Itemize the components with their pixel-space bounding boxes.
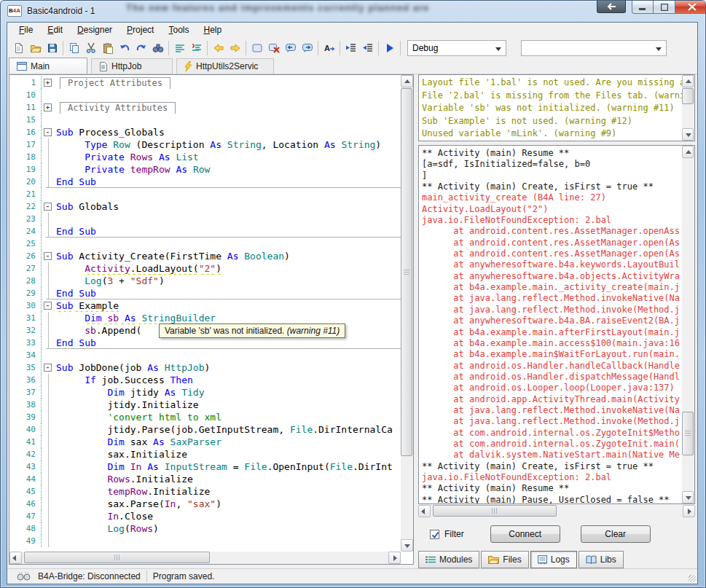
uncomment-selection-button[interactable] bbox=[188, 39, 205, 56]
editor-hscroll-thumb[interactable] bbox=[24, 552, 210, 563]
editor-hscrollbar[interactable] bbox=[9, 552, 401, 564]
close-button[interactable] bbox=[675, 1, 706, 14]
tab-httputils2servic[interactable]: HttpUtils2Servic bbox=[176, 58, 274, 74]
collapsed-region-box[interactable]: Activity Attributes bbox=[60, 102, 176, 114]
paste-button[interactable] bbox=[99, 39, 116, 56]
fold-collapse-icon[interactable]: - bbox=[44, 203, 52, 211]
menu-file[interactable]: File bbox=[12, 23, 40, 37]
code-line[interactable]: 46 sax.Parse(In, "sax") bbox=[9, 498, 401, 510]
logs-vscrollbar[interactable] bbox=[682, 146, 694, 503]
code-line[interactable]: 11+Activity Attributes bbox=[9, 101, 401, 114]
tab-files[interactable]: Files bbox=[481, 551, 528, 568]
scroll-left-button[interactable] bbox=[418, 505, 431, 517]
code-line[interactable]: 26-Sub Activity_Create(FirstTime As Bool… bbox=[9, 250, 401, 262]
code-editor[interactable]: 1+Project Attributes1011+Activity Attrib… bbox=[9, 74, 414, 565]
editor-vscrollbar[interactable] bbox=[401, 75, 413, 552]
next-sub-button[interactable] bbox=[299, 39, 315, 56]
code-line[interactable]: 17 Type Row (Description As String, Loca… bbox=[9, 138, 401, 151]
menu-tools[interactable]: Tools bbox=[161, 23, 196, 37]
collapsed-region-box[interactable]: Project Attributes bbox=[60, 77, 170, 89]
code-line[interactable]: 47 In.Close bbox=[9, 510, 401, 522]
code-line[interactable]: 29End Sub bbox=[9, 287, 401, 299]
find-button[interactable] bbox=[149, 39, 166, 56]
scroll-right-button[interactable] bbox=[683, 505, 695, 517]
fold-expand-icon[interactable]: + bbox=[44, 103, 52, 111]
code-line[interactable]: 23 bbox=[9, 213, 401, 225]
code-line[interactable]: 18 Private Rows As List bbox=[9, 151, 401, 163]
code-line[interactable]: 21 bbox=[9, 188, 401, 200]
tab-httpjob[interactable]: HttpJob bbox=[91, 58, 173, 74]
filter-checkbox[interactable] bbox=[430, 530, 439, 539]
new-file-button[interactable] bbox=[10, 39, 27, 56]
scroll-up-button[interactable] bbox=[682, 75, 694, 87]
fold-collapse-icon[interactable]: - bbox=[44, 302, 52, 310]
code-line[interactable]: 43 Dim In As InputStream = File.OpenInpu… bbox=[9, 460, 401, 473]
menu-designer[interactable]: Designer bbox=[70, 23, 119, 37]
open-project-button[interactable] bbox=[27, 39, 44, 56]
scroll-up-button[interactable] bbox=[682, 146, 694, 158]
menu-project[interactable]: Project bbox=[119, 23, 161, 37]
cut-button[interactable] bbox=[82, 39, 99, 56]
code-line[interactable]: 37 Dim jtidy As Tidy bbox=[9, 386, 401, 399]
code-line[interactable]: 34 bbox=[9, 349, 401, 361]
menu-edit[interactable]: Edit bbox=[40, 23, 70, 37]
redo-button[interactable] bbox=[133, 39, 149, 56]
fold-collapse-icon[interactable]: - bbox=[44, 128, 52, 136]
outdent-button[interactable] bbox=[342, 39, 359, 56]
code-line[interactable]: 36 If job.Success Then bbox=[9, 374, 401, 386]
previous-sub-button[interactable] bbox=[282, 39, 299, 56]
fold-collapse-icon[interactable]: - bbox=[44, 252, 52, 260]
code-line[interactable]: 42 sax.Initialize bbox=[9, 448, 401, 460]
code-line[interactable]: 35-Sub JobDone(job As HttpJob) bbox=[9, 361, 401, 374]
code-line[interactable]: 48 Log(Rows) bbox=[9, 522, 401, 535]
code-line[interactable]: 1+Project Attributes bbox=[9, 77, 401, 89]
logs-vscroll-thumb[interactable] bbox=[682, 412, 694, 455]
code-line[interactable]: 41 Dim sax As SaxParser bbox=[9, 436, 401, 448]
fold-expand-icon[interactable]: + bbox=[44, 79, 52, 87]
navigate-back-button[interactable] bbox=[210, 39, 227, 56]
log-output-box[interactable]: ** Activity (main) Resume **[a=sdf, IsIn… bbox=[418, 145, 695, 504]
code-line[interactable]: 24End Sub bbox=[9, 225, 401, 238]
maximize-button[interactable] bbox=[654, 1, 675, 14]
code-line[interactable]: 45 tempRow.Initialize bbox=[9, 485, 401, 498]
warnings-vscrollbar[interactable] bbox=[682, 75, 694, 141]
compiler-warnings-box[interactable]: Layout file '1.bal' is not used. Are you… bbox=[418, 74, 695, 141]
open-designer-button[interactable] bbox=[248, 39, 265, 56]
code-line[interactable]: 16-Sub Process_Globals bbox=[9, 126, 401, 138]
code-line[interactable]: 25 bbox=[9, 238, 401, 250]
overlay-back-button[interactable] bbox=[597, 1, 626, 13]
comment-selection-button[interactable] bbox=[171, 39, 188, 56]
code-line[interactable]: 49 bbox=[9, 535, 401, 547]
code-line[interactable]: 20End Sub bbox=[9, 176, 401, 188]
save-button[interactable] bbox=[44, 39, 60, 56]
remove-designer-button[interactable] bbox=[265, 39, 282, 56]
undo-button[interactable] bbox=[116, 39, 133, 56]
resize-grip-icon[interactable] bbox=[689, 575, 696, 582]
navigate-forward-button[interactable] bbox=[227, 39, 243, 56]
tab-libs[interactable]: Libs bbox=[578, 551, 624, 568]
connect-button[interactable]: Connect bbox=[490, 525, 560, 543]
target-dropdown[interactable] bbox=[521, 40, 667, 56]
code-line[interactable]: 44 Rows.Initialize bbox=[9, 473, 401, 485]
code-line[interactable]: 38 jtidy.Initialize bbox=[9, 399, 401, 411]
code-line[interactable]: 33End Sub bbox=[9, 337, 401, 349]
logs-hscroll-thumb[interactable] bbox=[433, 505, 557, 517]
code-line[interactable]: 40 jtidy.Parse(job.GetInputStream, File.… bbox=[9, 423, 401, 436]
fold-collapse-icon[interactable]: - bbox=[44, 364, 52, 372]
build-mode-dropdown[interactable]: Debug bbox=[407, 40, 506, 56]
code-lines[interactable]: 1+Project Attributes1011+Activity Attrib… bbox=[9, 77, 401, 552]
code-line[interactable]: 27 Activity.LoadLayout("2") bbox=[9, 262, 401, 275]
code-line[interactable]: 28 Log(3 + "Sdf") bbox=[9, 275, 401, 287]
scroll-up-button[interactable] bbox=[401, 75, 413, 87]
code-line[interactable]: 22-Sub Globals bbox=[9, 200, 401, 213]
warnings-vscroll-thumb[interactable] bbox=[682, 88, 694, 104]
scroll-down-button[interactable] bbox=[401, 539, 413, 552]
code-line[interactable]: 10 bbox=[9, 89, 401, 101]
tab-main[interactable]: Main bbox=[9, 58, 87, 74]
tab-modules[interactable]: Modules bbox=[418, 551, 479, 568]
editor-vscroll-thumb[interactable] bbox=[401, 88, 412, 456]
code-line[interactable]: 39 'convert html to xml bbox=[9, 411, 401, 423]
tab-logs[interactable]: Logs bbox=[530, 551, 577, 568]
logs-hscrollbar[interactable] bbox=[418, 505, 695, 517]
scroll-down-button[interactable] bbox=[682, 128, 694, 141]
